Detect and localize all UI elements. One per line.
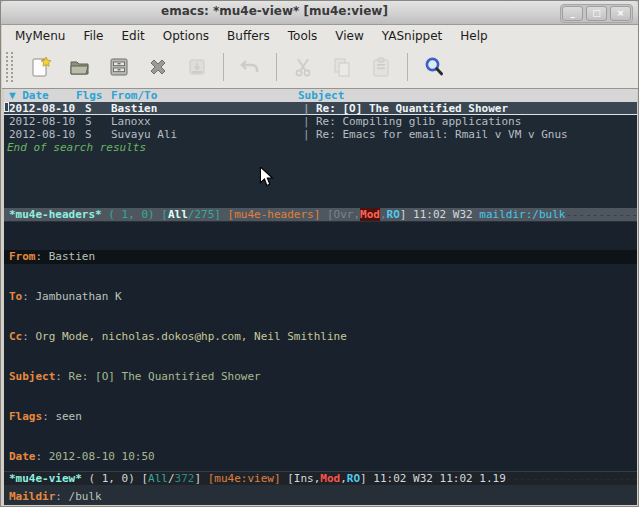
column-header-date[interactable]: ▼ Date [9,89,49,102]
paste-icon[interactable] [368,54,394,80]
menu-item-buffers[interactable]: Buffers [218,27,279,45]
save-icon[interactable] [106,54,132,80]
modeline-major-mode: [mu4e:view] [208,472,281,485]
row-date: 2012-08-10 [9,115,75,128]
toolbar-separator [223,53,224,81]
modeline-text: ] [360,472,373,485]
modeline-text: [ [287,472,294,485]
row-subject: Re: [O] The Quantified Shower [316,102,508,115]
open-folder-icon[interactable] [67,54,93,80]
modeline-ro-flag: RO [347,472,360,485]
undo-icon[interactable] [237,54,263,80]
field-colon: : [22,290,35,303]
new-file-icon[interactable] [28,54,54,80]
modeline-text: ] [194,472,207,485]
toolbar-drag-handle[interactable] [6,52,13,82]
field-maildir: Maildir: /bulk [4,490,637,504]
field-value: 2012-08-10 10:50 [49,450,155,463]
row-from: Lanoxx [111,115,151,128]
row-subject: Re: Emacs for email: Rmail v VM v Gnus [316,128,568,141]
modeline-text: , [340,472,347,485]
window-controls: _ □ × [560,4,633,23]
field-colon: : [36,250,49,263]
field-label: From [9,250,36,263]
menu-item-file[interactable]: File [74,27,112,45]
modeline-clock: 11:02 W32 11:02 1.19 [373,472,505,485]
modeline-clock: 11:02 W32 [413,208,479,221]
thread-mark: | [303,115,310,128]
field-cc: Cc: Org Mode, nicholas.dokos@hp.com, Nei… [4,330,637,344]
modeline-text: / [168,472,175,485]
toolbar-separator [276,53,277,81]
toolbar [2,46,639,89]
modeline-query: All [148,472,168,485]
column-header-from[interactable]: From/To [111,89,157,102]
modeline-ro-flag: RO [387,208,400,221]
menu-bar: MyMenu File Edit Options Buffers Tools V… [2,25,639,46]
field-label: Maildir [9,490,55,503]
headers-column-row: ▼ Date Flgs From/To Subject [4,89,637,102]
end-of-search-results: End of search results [4,141,637,154]
modeline-position: ( 1, 0) [82,472,142,485]
message-row[interactable]: 2012-08-10 S Suvayu Ali | Re: Emacs for … [4,128,637,141]
row-subject: Re: Compiling glib applications [316,115,521,128]
field-value: Re: [O] The Quantified Shower [69,370,261,383]
field-to: To: Jambunathan K [4,290,637,304]
field-label: Flags [9,410,42,423]
modeline-fill: ------------------------ [506,472,637,485]
modeline-text: ] [214,208,227,221]
window-title: emacs: *mu4e-view* [mu4e:view] [1,4,548,18]
field-date: Date: 2012-08-10 10:50 [4,450,637,464]
menu-item-tools[interactable]: Tools [279,27,327,45]
titlebar[interactable]: emacs: *mu4e-view* [mu4e:view] _ □ × [1,1,638,25]
minimize-button[interactable]: _ [562,6,583,21]
menu-item-edit[interactable]: Edit [113,27,154,45]
modeline-mu4e-headers: *mu4e-headers* ( 1, 0) [All/275] [mu4e-h… [4,208,637,222]
field-label: To [9,290,22,303]
column-header-subject[interactable]: Subject [298,89,344,102]
field-flags: Flags: seen [4,410,637,424]
menu-item-yasnippet[interactable]: YASnippet [373,27,452,45]
field-value: Bastien [49,250,95,263]
search-icon[interactable] [421,54,447,80]
modeline-count: 372 [175,472,195,485]
cut-icon[interactable] [290,54,316,80]
copy-icon[interactable] [329,54,355,80]
modeline-text [320,208,327,221]
modeline-fill: -------------------- [565,208,637,221]
message-row-selected[interactable]: 2012-08-10 S Bastien | Re: [O] The Quant… [4,102,637,115]
menu-item-help[interactable]: Help [451,27,496,45]
message-row[interactable]: 2012-08-10 S Lanoxx | Re: Compiling glib… [4,115,637,128]
row-date: 2012-08-10 [9,102,75,115]
menu-item-options[interactable]: Options [154,27,218,45]
modeline-text: [ [161,208,168,221]
emacs-window: emacs: *mu4e-view* [mu4e:view] _ □ × MyM… [0,0,639,507]
column-header-flags[interactable]: Flgs [76,89,103,102]
modeline-buffer-name: *mu4e-headers* [9,208,102,221]
field-subject: Subject: Re: [O] The Quantified Shower [4,370,637,384]
close-button[interactable]: × [610,6,631,21]
row-from: Bastien [111,102,157,115]
modeline-ovr-flag: Ovr, [334,208,361,221]
row-flags: S [85,115,92,128]
mu4e-headers-window: ▼ Date Flgs From/To Subject 2012-08-10 S… [4,89,637,208]
menu-item-view[interactable]: View [326,27,372,45]
field-value: /bulk [69,490,102,503]
modeline-buffer-name: *mu4e-view* [9,472,82,485]
modeline-count: 275 [194,208,214,221]
field-colon: : [55,370,68,383]
modeline-text: , [380,208,387,221]
field-label: Date [9,450,36,463]
modeline-text: [ [327,208,334,221]
field-label: Cc [9,330,22,343]
save-as-icon[interactable] [184,54,210,80]
mouse-pointer [257,167,275,191]
modeline-major-mode: [mu4e-headers] [228,208,321,221]
delete-icon[interactable] [145,54,171,80]
field-from: From: Bastien [4,250,637,264]
menu-item-mymenu[interactable]: MyMenu [6,27,74,45]
thread-mark: | [303,102,310,115]
row-from: Suvayu Ali [111,128,177,141]
modeline-text: ] [400,208,413,221]
maximize-button[interactable]: □ [586,6,607,21]
